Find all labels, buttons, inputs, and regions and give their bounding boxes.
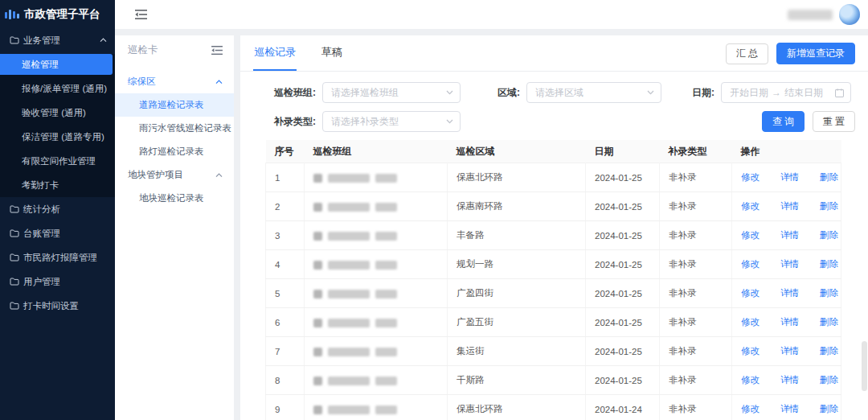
filter-bar: 巡检班组: 请选择巡检班组 区域: 请选择区域 日期: 开始日期 [240, 72, 868, 132]
detail-link[interactable]: 详情 [780, 374, 799, 386]
delete-link[interactable]: 删除 [820, 287, 838, 299]
cell-index: 2 [266, 192, 305, 221]
cell-team-redacted [305, 308, 448, 337]
modify-link[interactable]: 修改 [741, 287, 760, 299]
cell-index: 5 [266, 279, 305, 308]
cell-type: 非补录 [660, 250, 732, 279]
filter-row-2: 补录类型: 请选择补录类型 查询 重置 [264, 111, 855, 132]
panel-collapse-icon[interactable] [211, 46, 223, 56]
reset-button[interactable]: 重置 [813, 111, 855, 132]
cell-team-redacted [305, 250, 448, 279]
modify-link[interactable]: 修改 [741, 229, 760, 241]
delete-link[interactable]: 删除 [820, 374, 838, 386]
cell-index: 3 [266, 221, 305, 250]
cell-type: 非补录 [660, 395, 732, 420]
tab-draft[interactable]: 草稿 [321, 35, 343, 71]
sidebar-section-5[interactable]: 打卡时间设置 [0, 294, 115, 318]
cell-index: 7 [266, 337, 305, 366]
detail-link[interactable]: 详情 [780, 287, 799, 299]
cell-index: 4 [266, 250, 305, 279]
delete-link[interactable]: 删除 [820, 229, 838, 241]
modify-link[interactable]: 修改 [741, 200, 760, 212]
topbar [115, 0, 868, 29]
summary-button[interactable]: 汇总 [726, 43, 768, 64]
modify-link[interactable]: 修改 [741, 374, 760, 386]
modify-link[interactable]: 修改 [741, 171, 760, 183]
table-row: 5广盈四街2024-01-25非补录修改详情删除 [266, 279, 841, 308]
cell-actions: 修改详情删除 [732, 337, 841, 366]
scrollbar-thumb[interactable] [862, 341, 867, 391]
table-row: 7集运街2024-01-25非补录修改详情删除 [266, 337, 841, 366]
detail-link[interactable]: 详情 [780, 316, 799, 328]
cell-date: 2024-01-25 [586, 279, 660, 308]
team-select[interactable]: 请选择巡检班组 [322, 82, 461, 103]
detail-link[interactable]: 详情 [780, 345, 799, 357]
main-sidebar: 市政管理子平台 业务管理巡检管理报修/派单管理 (通用)验收管理 (通用)保洁管… [0, 0, 115, 420]
cell-type: 非补录 [660, 192, 732, 221]
region-select[interactable]: 请选择区域 [526, 82, 661, 103]
type-select[interactable]: 请选择补录类型 [322, 111, 461, 132]
cell-date: 2024-01-25 [586, 192, 660, 221]
column-header: 补录类型 [660, 140, 732, 163]
sidebar-subitem-5[interactable]: 考勤打卡 [0, 173, 115, 197]
main-content: 巡检记录 草稿 汇总 新增巡查记录 巡检班组: 请选择巡检班组 区域: 请选择区… [240, 35, 868, 420]
sidebar-section-0[interactable]: 业务管理 [0, 28, 115, 52]
delete-link[interactable]: 删除 [820, 200, 838, 212]
region-filter-label: 区域: [497, 86, 520, 100]
modify-link[interactable]: 修改 [741, 316, 760, 328]
sidebar-subitem-1[interactable]: 报修/派单管理 (通用) [0, 76, 115, 101]
sidebar-subitem-0[interactable]: 巡检管理 [0, 54, 113, 75]
delete-link[interactable]: 删除 [820, 403, 838, 415]
detail-link[interactable]: 详情 [780, 403, 799, 415]
delete-link[interactable]: 删除 [820, 345, 838, 357]
modify-link[interactable]: 修改 [741, 403, 760, 415]
delete-link[interactable]: 删除 [820, 258, 838, 270]
cell-type: 非补录 [660, 366, 732, 395]
detail-link[interactable]: 详情 [780, 171, 799, 183]
delete-link[interactable]: 删除 [820, 316, 838, 328]
detail-link[interactable]: 详情 [780, 229, 799, 241]
modify-link[interactable]: 修改 [741, 258, 760, 270]
sidebar-subitem-4[interactable]: 有限空间作业管理 [0, 149, 115, 173]
tab-inspection-records[interactable]: 巡检记录 [253, 35, 297, 71]
records-table: 序号巡检班组巡检区域日期补录类型操作 1保惠北环路2024-01-25非补录修改… [265, 140, 841, 420]
sidebar-subitem-3[interactable]: 保洁管理 (道路专用) [0, 125, 115, 149]
tree-item-0-0[interactable]: 道路巡检记录表 [115, 93, 234, 117]
sidebar-section-4[interactable]: 用户管理 [0, 270, 115, 294]
sidebar-section-1[interactable]: 统计分析 [0, 197, 115, 221]
user-avatar[interactable] [839, 4, 860, 25]
add-record-button[interactable]: 新增巡查记录 [776, 43, 855, 64]
app-title: 市政管理子平台 [24, 7, 100, 22]
cell-area: 保惠北环路 [448, 395, 586, 420]
sidebar-section-3[interactable]: 市民路灯报障管理 [0, 245, 115, 270]
folder-icon [10, 36, 19, 44]
tree-item-0-1[interactable]: 雨污水管线巡检记录表 [115, 117, 234, 140]
cell-actions: 修改详情删除 [732, 163, 841, 192]
modify-link[interactable]: 修改 [741, 345, 760, 357]
menu-fold-icon[interactable] [135, 10, 147, 20]
cell-actions: 修改详情删除 [732, 192, 841, 221]
search-button[interactable]: 查询 [762, 111, 805, 132]
column-header: 序号 [266, 140, 305, 163]
cell-type: 非补录 [660, 308, 732, 337]
tree-group-1[interactable]: 地块管护项目 [115, 163, 234, 187]
cell-date: 2024-01-25 [586, 250, 660, 279]
range-arrow-icon: → [772, 87, 781, 98]
detail-link[interactable]: 详情 [780, 200, 799, 212]
cell-area: 规划一路 [448, 250, 586, 279]
sidebar-subitem-2[interactable]: 验收管理 (通用) [0, 101, 115, 125]
cell-team-redacted [305, 279, 448, 308]
cell-date: 2024-01-25 [586, 221, 660, 250]
cell-type: 非补录 [660, 163, 732, 192]
cell-area: 集运街 [448, 337, 586, 366]
date-range-picker[interactable]: 开始日期 → 结束日期 [721, 82, 851, 103]
start-date-placeholder: 开始日期 [730, 86, 768, 100]
tree-group-0[interactable]: 综保区 [115, 70, 234, 93]
type-select-placeholder: 请选择补录类型 [331, 115, 399, 129]
detail-link[interactable]: 详情 [780, 258, 799, 270]
sidebar-section-2[interactable]: 台账管理 [0, 221, 115, 245]
delete-link[interactable]: 删除 [820, 171, 838, 183]
tree-item-0-2[interactable]: 路灯巡检记录表 [115, 140, 234, 163]
tree-item-1-0[interactable]: 地块巡检记录表 [115, 187, 234, 210]
calendar-icon [835, 89, 844, 97]
